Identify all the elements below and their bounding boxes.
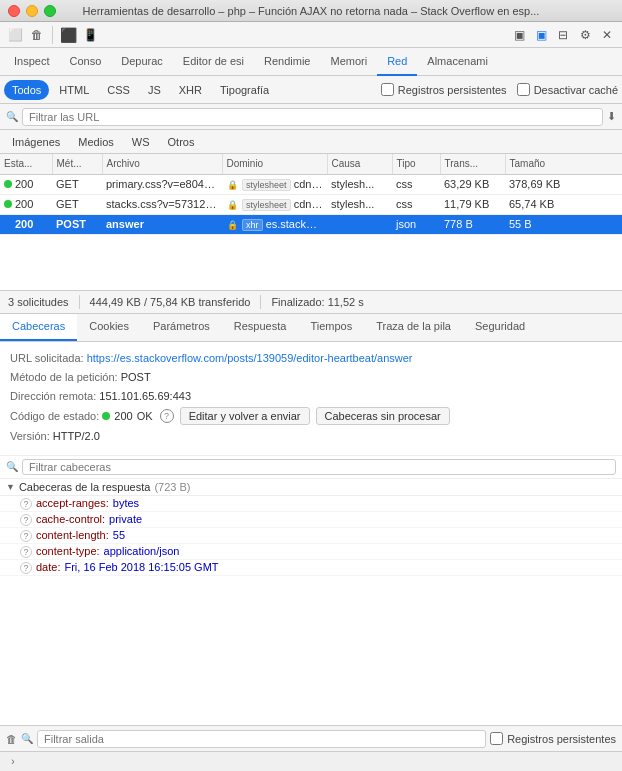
header-value: bytes <box>113 497 139 509</box>
delete-icon[interactable]: 🗑 <box>28 26 46 44</box>
persist-logs-checkbox[interactable] <box>381 83 394 96</box>
transferred-size: 444,49 KB / 75,84 KB transferido <box>90 296 251 308</box>
table-row[interactable]: 200 POST answer 🔒 xhr es.stackove... jso… <box>0 214 622 234</box>
detail-version-row: Versión: HTTP/2.0 <box>10 428 612 444</box>
cell-type: json <box>392 214 440 234</box>
dock-icon1[interactable]: ▣ <box>510 26 528 44</box>
tab-stack-trace[interactable]: Traza de la pila <box>364 314 463 342</box>
cell-type: css <box>392 194 440 214</box>
status-code: 200 <box>114 408 132 424</box>
devtools-toolbar: ⬜ 🗑 ⬛ 📱 ▣ ▣ ⊟ ⚙ ✕ <box>0 22 622 48</box>
output-filter-input[interactable] <box>37 730 486 748</box>
cell-cause: stylesh... <box>327 194 392 214</box>
filter-fonts-button[interactable]: Tipografía <box>212 80 277 100</box>
tab-timings[interactable]: Tiempos <box>298 314 364 342</box>
col-header-domain[interactable]: Dominio <box>222 154 327 174</box>
filter-js-button[interactable]: JS <box>140 80 169 100</box>
tab-cookies[interactable]: Cookies <box>77 314 141 342</box>
tab-headers[interactable]: Cabeceras <box>0 314 77 342</box>
status-label: Código de estado: <box>10 408 99 424</box>
url-filter-input[interactable] <box>22 108 603 126</box>
dock-icon2[interactable]: ▣ <box>532 26 550 44</box>
tab-response[interactable]: Respuesta <box>222 314 299 342</box>
filter-all-button[interactable]: Todos <box>4 80 49 100</box>
tab-performance[interactable]: Rendimie <box>254 48 320 76</box>
inspect-icon[interactable]: ⬛ <box>59 26 77 44</box>
tab-debugger[interactable]: Depurac <box>111 48 173 76</box>
disable-cache-checkbox[interactable] <box>517 83 530 96</box>
requests-count: 3 solicitudes <box>8 296 69 308</box>
headers-filter-bar: 🔍 <box>0 455 622 479</box>
dock-icon3[interactable]: ⊟ <box>554 26 572 44</box>
details-scroll-area: URL solicitada: https://es.stackoverflow… <box>0 342 622 726</box>
detail-url-row: URL solicitada: https://es.stackoverflow… <box>10 350 612 366</box>
col-header-size[interactable]: Tamaño <box>505 154 622 174</box>
trash-icon[interactable]: 🗑 <box>6 733 17 745</box>
remote-label: Dirección remota: <box>10 388 96 404</box>
close-devtools-icon[interactable]: ✕ <box>598 26 616 44</box>
cell-domain: 🔒 stylesheet cdn.sstatic... <box>222 194 327 214</box>
table-header-row: Esta... Mét... Archivo Dominio Causa Tip… <box>0 154 622 174</box>
filter-css-button[interactable]: CSS <box>99 80 138 100</box>
headers-filter-input[interactable] <box>22 459 616 475</box>
table-row[interactable]: 200 GET stacks.css?v=57312d53f... 🔒 styl… <box>0 194 622 214</box>
details-content: URL solicitada: https://es.stackoverflow… <box>0 342 622 455</box>
responsive-icon[interactable]: 📱 <box>81 26 99 44</box>
col-header-cause[interactable]: Causa <box>327 154 392 174</box>
cell-file: primary.css?v=e804040... <box>102 174 222 194</box>
header-help-icon[interactable]: ? <box>20 562 32 574</box>
header-help-icon[interactable]: ? <box>20 546 32 558</box>
status-bar: 3 solicitudes 444,49 KB / 75,84 KB trans… <box>0 290 622 314</box>
tab-params[interactable]: Parámetros <box>141 314 222 342</box>
tab-style-editor[interactable]: Editor de esi <box>173 48 254 76</box>
nav-arrow-icon[interactable]: › <box>6 755 20 769</box>
filter-media-button[interactable]: Medios <box>70 135 121 149</box>
col-header-file[interactable]: Archivo <box>102 154 222 174</box>
tab-security[interactable]: Seguridad <box>463 314 537 342</box>
cell-trans: 778 B <box>440 214 505 234</box>
col-header-method[interactable]: Mét... <box>52 154 102 174</box>
tab-inspect[interactable]: Inspect <box>4 48 59 76</box>
col-header-status[interactable]: Esta... <box>0 154 52 174</box>
titlebar: Herramientas de desarrollo – php – Funci… <box>0 0 622 22</box>
col-header-type[interactable]: Tipo <box>392 154 440 174</box>
header-help-icon[interactable]: ? <box>20 514 32 526</box>
response-header-item: ? date: Fri, 16 Feb 2018 16:15:05 GMT <box>0 560 622 576</box>
download-icon[interactable]: ⬇ <box>607 110 616 123</box>
maximize-button[interactable] <box>44 5 56 17</box>
settings-icon[interactable]: ⚙ <box>576 26 594 44</box>
header-name: content-type: <box>36 545 100 557</box>
raw-headers-button[interactable]: Cabeceras sin procesar <box>316 407 450 425</box>
filter-ws-button[interactable]: WS <box>124 135 158 149</box>
tab-memory[interactable]: Memori <box>320 48 377 76</box>
header-help-icon[interactable]: ? <box>20 498 32 510</box>
tab-console[interactable]: Conso <box>59 48 111 76</box>
details-tabs: Cabeceras Cookies Parámetros Respuesta T… <box>0 314 622 342</box>
network-table: Esta... Mét... Archivo Dominio Causa Tip… <box>0 154 622 235</box>
cell-status: 200 <box>0 174 52 194</box>
filter-images-button[interactable]: Imágenes <box>4 135 68 149</box>
cell-domain: 🔒 stylesheet cdn.sstatic... <box>222 174 327 194</box>
filter-other-button[interactable]: Otros <box>160 135 203 149</box>
close-button[interactable] <box>8 5 20 17</box>
cursor-tool-icon[interactable]: ⬜ <box>6 26 24 44</box>
cell-method: POST <box>52 214 102 234</box>
help-icon[interactable]: ? <box>160 409 174 423</box>
response-headers-list: ? accept-ranges: bytes ? cache-control: … <box>0 496 622 576</box>
tab-network[interactable]: Red <box>377 48 417 76</box>
filter-xhr-button[interactable]: XHR <box>171 80 210 100</box>
minimize-button[interactable] <box>26 5 38 17</box>
persist-logs-bottom-checkbox[interactable] <box>490 732 503 745</box>
header-help-icon[interactable]: ? <box>20 530 32 542</box>
col-header-trans[interactable]: Trans... <box>440 154 505 174</box>
filter-html-button[interactable]: HTML <box>51 80 97 100</box>
header-name: accept-ranges: <box>36 497 109 509</box>
table-empty-area <box>0 235 622 290</box>
cell-method: GET <box>52 194 102 214</box>
response-headers-section-header[interactable]: ▼ Cabeceras de la respuesta (723 B) <box>0 479 622 496</box>
table-row[interactable]: 200 GET primary.css?v=e804040... 🔒 style… <box>0 174 622 194</box>
edit-resend-button[interactable]: Editar y volver a enviar <box>180 407 310 425</box>
detail-status-row: Código de estado: 200 OK ? Editar y volv… <box>10 407 612 425</box>
tab-storage[interactable]: Almacenami <box>417 48 498 76</box>
detail-method-row: Método de la petición: POST <box>10 369 612 385</box>
